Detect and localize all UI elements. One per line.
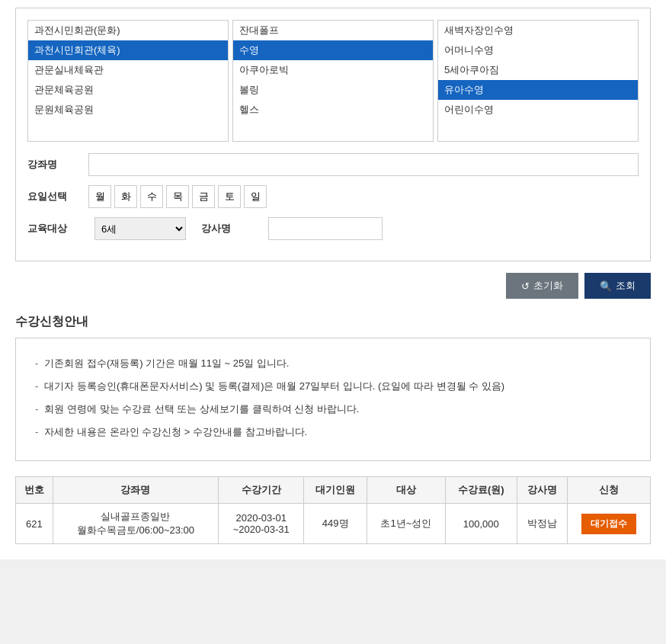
td-number: 621 [16,504,53,544]
category-list[interactable]: 잔대폴프 수영 아쿠아로빅 볼링 헬스 [232,20,434,142]
table-header-row: 번호 강좌명 수강기간 대기인원 대상 수강료(원) 강사명 신청 [16,477,651,504]
notice-text-3: 자세한 내용은 온라인 수강신청 > 수강안내를 참고바랍니다. [44,422,307,442]
filter-section: 과전시민회관(문화) 과천시민회관(체육) 관문실내체육관 관문체육공원 문원체… [15,8,651,261]
notice-item-3: - 자세한 내용은 온라인 수강신청 > 수강안내를 참고바랍니다. [35,422,631,442]
notice-text-1: 대기자 등록승인(휴대폰문자서비스) 및 등록(결제)은 매월 27일부터 입니… [44,376,504,396]
course-name-row: 강좌명 [27,153,639,176]
period-line1: 2020-03-01 [223,512,299,524]
reset-button[interactable]: ↺ 초기화 [506,273,578,299]
category-item-4[interactable]: 헬스 [233,100,433,120]
th-instructor: 강사명 [517,477,567,504]
search-label: 조회 [616,279,636,293]
table-header: 번호 강좌명 수강기간 대기인원 대상 수강료(원) 강사명 신청 [16,477,651,504]
th-fee: 수강료(원) [445,477,517,504]
instructor-input[interactable] [268,217,383,240]
search-button[interactable]: 🔍 조회 [584,273,651,299]
th-period: 수강기간 [219,477,304,504]
facility-item-3[interactable]: 관문체육공원 [28,80,228,100]
facility-item-0[interactable]: 과전시민회관(문화) [28,21,228,40]
facility-item-2[interactable]: 관문실내체육관 [28,60,228,80]
td-apply: 대기접수 [567,504,650,544]
day-btn-mon[interactable]: 월 [88,185,111,208]
category-item-3[interactable]: 볼링 [233,80,433,100]
table-row: 621 실내골프종일반 월화수목금토/06:00~23:00 2020-03-0… [16,504,651,544]
data-table: 번호 강좌명 수강기간 대기인원 대상 수강료(원) 강사명 신청 621 실내… [15,476,651,544]
program-item-4[interactable]: 어린이수영 [438,100,638,120]
category-item-0[interactable]: 잔대폴프 [233,21,433,40]
table-body: 621 실내골프종일반 월화수목금토/06:00~23:00 2020-03-0… [16,504,651,544]
reset-label: 초기화 [533,279,563,293]
lists-row: 과전시민회관(문화) 과천시민회관(체육) 관문실내체육관 관문체육공원 문원체… [27,20,639,142]
th-course-name: 강좌명 [53,477,219,504]
action-buttons: ↺ 초기화 🔍 조회 [15,273,651,299]
target-select[interactable]: 6세 7세 8세 전체 [94,217,186,240]
course-name-line2: 월화수목금토/06:00~23:00 [57,524,215,537]
th-target: 대상 [367,477,445,504]
notice-item-2: - 회원 연령에 맞는 수강료 선택 또는 상세보기를 클릭하여 신청 바랍니다… [35,399,631,419]
td-course-name: 실내골프종일반 월화수목금토/06:00~23:00 [53,504,219,544]
notice-text-0: 기존회원 접수(재등록) 기간은 매월 11일 ~ 25일 입니다. [44,354,289,373]
course-name-input[interactable] [88,153,639,176]
search-icon: 🔍 [600,280,612,292]
td-waitlist: 449명 [304,504,367,544]
apply-button[interactable]: 대기접수 [581,514,636,534]
target-instructor-row: 교육대상 6세 7세 8세 전체 강사명 [27,217,639,240]
day-btn-sat[interactable]: 토 [218,185,241,208]
day-btn-thu[interactable]: 목 [166,185,189,208]
course-name-label: 강좌명 [27,158,88,171]
program-item-0[interactable]: 새벽자장인수영 [438,21,638,40]
category-item-1[interactable]: 수영 [233,40,433,60]
program-item-3[interactable]: 유아수영 [438,80,638,100]
main-container: 과전시민회관(문화) 과천시민회관(체육) 관문실내체육관 관문체육공원 문원체… [0,0,666,559]
instructor-label: 강사명 [201,222,262,235]
notice-dash-3: - [35,422,38,442]
reset-icon: ↺ [521,280,530,292]
day-btn-sun[interactable]: 일 [244,185,267,208]
program-item-1[interactable]: 어머니수영 [438,40,638,60]
program-item-2[interactable]: 5세아쿠아짐 [438,60,638,80]
day-btn-wed[interactable]: 수 [140,185,163,208]
th-waitlist: 대기인원 [304,477,367,504]
notice-box: - 기존회원 접수(재등록) 기간은 매월 11일 ~ 25일 입니다. - 대… [15,338,651,461]
notice-text-2: 회원 연령에 맞는 수강료 선택 또는 상세보기를 클릭하여 신청 바랍니다. [44,399,359,419]
notice-dash-0: - [35,354,38,373]
day-btn-fri[interactable]: 금 [192,185,215,208]
th-apply: 신청 [567,477,650,504]
target-label: 교육대상 [27,222,88,235]
notice-item-0: - 기존회원 접수(재등록) 기간은 매월 11일 ~ 25일 입니다. [35,354,631,373]
period-line2: ~2020-03-31 [223,524,299,535]
program-list[interactable]: 새벽자장인수영 어머니수영 5세아쿠아짐 유아수영 어린이수영 [437,20,639,142]
course-name-line1: 실내골프종일반 [57,510,215,524]
day-btn-tue[interactable]: 화 [114,185,137,208]
instructor-group: 강사명 [201,217,383,240]
td-instructor: 박정남 [517,504,567,544]
target-group: 교육대상 6세 7세 8세 전체 [27,217,186,240]
th-number: 번호 [16,477,53,504]
td-period: 2020-03-01 ~2020-03-31 [219,504,304,544]
notice-dash-1: - [35,376,38,396]
day-buttons: 월 화 수 목 금 토 일 [88,185,267,208]
facility-item-4[interactable]: 문원체육공원 [28,100,228,120]
facility-list[interactable]: 과전시민회관(문화) 과천시민회관(체육) 관문실내체육관 관문체육공원 문원체… [27,20,229,142]
category-item-2[interactable]: 아쿠아로빅 [233,60,433,80]
facility-item-1[interactable]: 과천시민회관(체육) [28,40,228,60]
notice-dash-2: - [35,399,38,419]
td-fee: 100,000 [445,504,517,544]
day-select-row: 요일선택 월 화 수 목 금 토 일 [27,185,639,208]
notice-title: 수강신청안내 [15,314,651,330]
day-select-label: 요일선택 [27,190,88,203]
notice-item-1: - 대기자 등록승인(휴대폰문자서비스) 및 등록(결제)은 매월 27일부터 … [35,376,631,396]
td-target: 초1년~성인 [367,504,445,544]
